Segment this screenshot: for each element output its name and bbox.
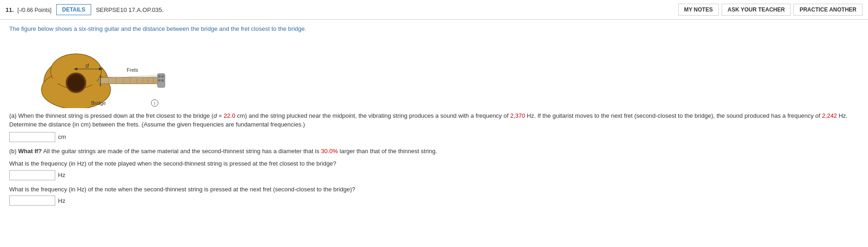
- svg-point-18: [158, 79, 161, 82]
- points-label: [-/0.66 Points]: [17, 7, 52, 13]
- part-b-sub1-answer-row: Hz: [9, 170, 859, 180]
- problem-code: SERPSE10 17.A.OP.035.: [96, 6, 678, 13]
- intro-text: The figure below shows a six-string guit…: [9, 25, 859, 32]
- percent-value: 30.0%: [321, 148, 338, 155]
- guitar-image: d Frets Bridge: [28, 37, 166, 108]
- svg-point-20: [161, 79, 164, 82]
- svg-text:Bridge: Bridge: [91, 100, 106, 106]
- freq1-value: 2,370: [510, 112, 525, 119]
- part-a-input[interactable]: [9, 132, 55, 142]
- what-if-label: What If?: [18, 148, 42, 155]
- svg-rect-3: [53, 77, 58, 86]
- part-a-answer-row: cm: [9, 132, 859, 142]
- part-b-sub1-text: What is the frequency (in Hz) of the not…: [9, 159, 859, 168]
- part-a-label: (a): [9, 112, 18, 119]
- svg-point-6: [68, 75, 84, 91]
- part-b-sub2-answer-row: Hz: [9, 195, 859, 206]
- practice-another-button[interactable]: PRACTICE ANOTHER: [793, 4, 862, 16]
- part-b-sub2-text: What is the frequency (in Hz) of the not…: [9, 185, 859, 194]
- part-b-sub1-unit: Hz: [58, 172, 65, 178]
- my-notes-button[interactable]: MY NOTES: [678, 4, 719, 16]
- svg-text:d: d: [86, 63, 89, 69]
- part-b-text: (b) What If? All the guitar strings are …: [9, 147, 859, 156]
- part-b: (b) What If? All the guitar strings are …: [9, 147, 859, 206]
- header-bar: 11. [-/0.66 Points] DETAILS SERPSE10 17.…: [0, 0, 868, 20]
- svg-rect-4: [92, 77, 97, 86]
- part-a-unit: cm: [58, 133, 66, 140]
- details-button[interactable]: DETAILS: [56, 4, 91, 15]
- svg-text:Frets: Frets: [127, 67, 139, 73]
- guitar-figure: d Frets Bridge i: [28, 37, 859, 107]
- svg-point-19: [161, 75, 164, 78]
- header-actions: MY NOTES ASK YOUR TEACHER PRACTICE ANOTH…: [678, 4, 863, 16]
- d-value: 22.0: [224, 112, 235, 119]
- question-number: 11. [-/0.66 Points]: [6, 6, 52, 13]
- part-a: (a) When the thinnest string is pressed …: [9, 111, 859, 142]
- part-a-text: (a) When the thinnest string is pressed …: [9, 111, 859, 129]
- freq2-value: 2,242: [822, 112, 837, 119]
- ask-teacher-button[interactable]: ASK YOUR TEACHER: [722, 4, 791, 16]
- part-b-sub1-input[interactable]: [9, 170, 55, 180]
- part-b-sub2-input[interactable]: [9, 195, 55, 206]
- part-b-sub2-unit: Hz: [58, 197, 65, 204]
- part-b-label: (b): [9, 148, 18, 155]
- svg-point-17: [158, 75, 161, 78]
- content-area: The figure below shows a six-string guit…: [0, 20, 868, 219]
